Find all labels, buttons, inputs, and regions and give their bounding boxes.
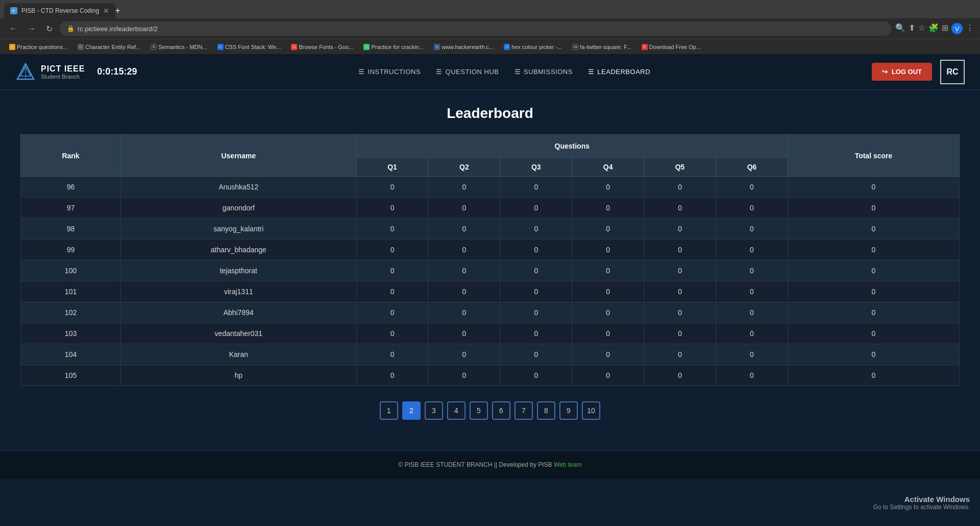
cell-q4: 0 bbox=[572, 219, 644, 240]
cell-rank: 100 bbox=[21, 260, 121, 281]
extensions-icon[interactable]: 🧩 bbox=[928, 23, 939, 34]
tab-favicon: P bbox=[10, 7, 17, 14]
cell-q4: 0 bbox=[572, 302, 644, 323]
cell-total: 0 bbox=[788, 302, 959, 323]
bookmark-semantics[interactable]: S Semantics - MDN... bbox=[148, 43, 210, 51]
cell-username: hp bbox=[121, 365, 357, 386]
page-button-8[interactable]: 8 bbox=[537, 401, 555, 420]
timer: 0:0:15:29 bbox=[97, 66, 137, 77]
bookmark-hackerearth[interactable]: h www.hackerearth.c... bbox=[431, 43, 497, 51]
back-button[interactable]: ← bbox=[6, 23, 20, 34]
app-container: PICT IEEE Student Branch 0:0:15:29 ☰ INS… bbox=[0, 54, 980, 526]
cell-q3: 0 bbox=[500, 365, 572, 386]
page-button-4[interactable]: 4 bbox=[447, 401, 465, 420]
nav-leaderboard[interactable]: ☰ LEADERBOARD bbox=[588, 68, 650, 76]
bookmark-icon[interactable]: ☆ bbox=[918, 23, 925, 34]
rc-logo: RC bbox=[940, 60, 965, 84]
grid-icon[interactable]: ⊞ bbox=[942, 23, 948, 34]
subcol-q1: Q1 bbox=[356, 158, 428, 177]
table-row: 100 tejaspthorat 0 0 0 0 0 0 0 bbox=[21, 260, 960, 281]
cell-username: atharv_bhadange bbox=[121, 240, 357, 260]
bookmark-favicon: S bbox=[151, 44, 157, 50]
search-icon[interactable]: 🔍 bbox=[895, 23, 905, 34]
cell-q5: 0 bbox=[644, 177, 716, 198]
table-row: 96 Anushka512 0 0 0 0 0 0 0 bbox=[21, 177, 960, 198]
cell-q2: 0 bbox=[428, 198, 500, 219]
tab-title: PISB - CTD Reverse Coding bbox=[21, 7, 99, 14]
cell-q1: 0 bbox=[356, 219, 428, 240]
leaderboard-body: 96 Anushka512 0 0 0 0 0 0 0 97 ganondorf… bbox=[21, 177, 960, 386]
logout-button[interactable]: ↪ LOG OUT bbox=[872, 63, 932, 81]
cell-q1: 0 bbox=[356, 365, 428, 386]
cell-q5: 0 bbox=[644, 240, 716, 260]
cell-q5: 0 bbox=[644, 302, 716, 323]
logout-icon: ↪ bbox=[882, 68, 888, 76]
cell-q5: 0 bbox=[644, 365, 716, 386]
cell-q6: 0 bbox=[716, 177, 788, 198]
bookmark-css[interactable]: C CSS Font Stack: We... bbox=[214, 43, 284, 51]
col-rank: Rank bbox=[21, 135, 121, 177]
subcol-q6: Q6 bbox=[716, 158, 788, 177]
bookmark-favicon: C bbox=[217, 44, 224, 50]
browser-controls: ← → ↻ 🔒 rc.pictieee.in/leaderboard/2 🔍 ⬆… bbox=[0, 18, 980, 39]
pagination: 12345678910 bbox=[20, 401, 960, 435]
footer-text: © PISB IEEE STUDENT BRANCH || Developed … bbox=[399, 461, 552, 468]
new-tab-button[interactable]: + bbox=[115, 6, 120, 15]
page-button-7[interactable]: 7 bbox=[514, 401, 533, 420]
page-button-9[interactable]: 9 bbox=[559, 401, 578, 420]
cell-rank: 98 bbox=[21, 219, 121, 240]
rc-logo-text: RC bbox=[946, 68, 958, 76]
cell-username: viraj1311 bbox=[121, 281, 357, 302]
cell-q6: 0 bbox=[716, 302, 788, 323]
page-button-5[interactable]: 5 bbox=[470, 401, 488, 420]
cell-q2: 0 bbox=[428, 177, 500, 198]
bookmark-fonts[interactable]: G Browse Fonts - Goo... bbox=[288, 43, 356, 51]
brand-sub: Student Branch bbox=[41, 74, 85, 80]
nav-question-hub[interactable]: ☰ QUESTION HUB bbox=[436, 68, 499, 76]
tab-close-button[interactable]: ✕ bbox=[103, 7, 109, 15]
subcol-q3: Q3 bbox=[500, 158, 572, 177]
bookmark-favicon: fa bbox=[572, 44, 578, 50]
cell-username: Abhi7894 bbox=[121, 302, 357, 323]
cell-q3: 0 bbox=[500, 198, 572, 219]
share-icon[interactable]: ⬆ bbox=[909, 23, 915, 34]
nav-submissions[interactable]: ☰ SUBMISSIONS bbox=[514, 68, 573, 76]
instructions-label: INSTRUCTIONS bbox=[368, 68, 421, 76]
bookmark-fa[interactable]: fa fa-twitter-square: F... bbox=[569, 43, 634, 51]
cell-q3: 0 bbox=[500, 323, 572, 344]
cell-q4: 0 bbox=[572, 281, 644, 302]
bookmarks-bar: P Practice questions... C Character Enti… bbox=[0, 39, 980, 54]
bookmark-download[interactable]: ↯ Download Free Op... bbox=[639, 43, 704, 51]
cell-q2: 0 bbox=[428, 260, 500, 281]
active-tab[interactable]: P PISB - CTD Reverse Coding ✕ bbox=[4, 3, 115, 18]
address-bar[interactable]: 🔒 rc.pictieee.in/leaderboard/2 bbox=[60, 21, 891, 36]
page-button-3[interactable]: 3 bbox=[425, 401, 443, 420]
footer-link[interactable]: Web team bbox=[554, 461, 581, 468]
cell-q4: 0 bbox=[572, 344, 644, 365]
cell-total: 0 bbox=[788, 198, 959, 219]
cell-q1: 0 bbox=[356, 260, 428, 281]
cell-q6: 0 bbox=[716, 344, 788, 365]
page-button-6[interactable]: 6 bbox=[492, 401, 510, 420]
bookmark-entity[interactable]: C Character Entity Ref... bbox=[75, 43, 143, 51]
main-content: Leaderboard Rank Username Questions Tota… bbox=[0, 90, 980, 450]
bookmark-colorpicker[interactable]: G hex colour picker -... bbox=[501, 43, 565, 51]
bookmark-practice[interactable]: P Practice questions... bbox=[6, 43, 70, 51]
navbar: PICT IEEE Student Branch 0:0:15:29 ☰ INS… bbox=[0, 54, 980, 90]
cell-rank: 101 bbox=[21, 281, 121, 302]
more-options-icon[interactable]: ⋮ bbox=[966, 23, 974, 34]
account-icon[interactable]: V bbox=[951, 23, 963, 34]
nav-instructions[interactable]: ☰ INSTRUCTIONS bbox=[358, 68, 421, 76]
page-button-1[interactable]: 1 bbox=[380, 401, 398, 420]
bookmark-favicon: P bbox=[9, 44, 15, 50]
cell-q2: 0 bbox=[428, 219, 500, 240]
page-button-2[interactable]: 2 bbox=[402, 401, 421, 420]
cell-q5: 0 bbox=[644, 344, 716, 365]
subcol-q5: Q5 bbox=[644, 158, 716, 177]
forward-button[interactable]: → bbox=[24, 23, 39, 34]
reload-button[interactable]: ↻ bbox=[43, 23, 56, 35]
cell-q6: 0 bbox=[716, 260, 788, 281]
leaderboard-label: LEADERBOARD bbox=[597, 68, 650, 76]
bookmark-practice2[interactable]: ∞ Practice for crackin... bbox=[360, 43, 427, 51]
page-button-10[interactable]: 10 bbox=[582, 401, 600, 420]
